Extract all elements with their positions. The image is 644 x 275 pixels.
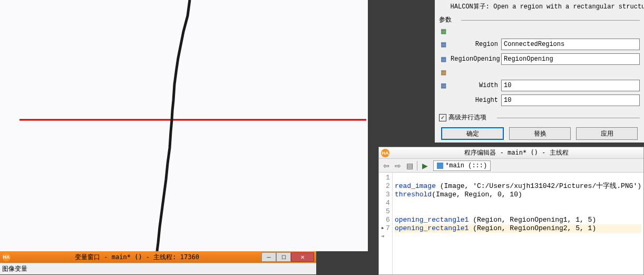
editor-toolbar: ⇦ ⇨ ▤ ▶ *main (:::) (379, 159, 643, 173)
operator-description: HALCON算子: Open a region with a rectangul… (435, 0, 644, 13)
operator-panel: HALCON算子: Open a region with a rectangul… (435, 0, 644, 143)
forward-button[interactable]: ⇨ (393, 160, 403, 171)
advanced-label: 高级并行选项 (448, 113, 486, 122)
image-variable-tab[interactable]: 图像变量 (2, 265, 27, 272)
param-icon: ▦ (439, 81, 447, 90)
back-button[interactable]: ⇦ (381, 160, 392, 171)
run-button[interactable]: ▶ (419, 160, 430, 171)
variable-window: HA 变量窗口 - main* () - 主线程: 17360 ─ ☐ ✕ 图像… (0, 251, 316, 274)
maximize-button[interactable]: ☐ (276, 252, 291, 262)
code-line[interactable]: read_image (Image, 'C:/Users/xujh131042/… (395, 182, 641, 191)
editor-title-bar: HA 程序编辑器 - main* () - 主线程 (379, 147, 643, 159)
param-label: Height (451, 97, 498, 104)
param-input-height[interactable] (501, 94, 640, 106)
param-icon: ▦ (439, 68, 447, 77)
code-line[interactable]: opening_rectangle1 (Region, RegionOpenin… (395, 216, 641, 224)
param-row: ▦ (435, 25, 644, 37)
minimize-button[interactable]: ─ (261, 252, 276, 262)
image-viewer[interactable] (0, 0, 368, 251)
document-icon (437, 163, 443, 169)
param-label: RegionOpening (451, 55, 498, 63)
param-icon: ▦ (439, 55, 447, 63)
background-gap (316, 251, 378, 275)
ok-button[interactable]: 确定 (441, 127, 504, 140)
editor-title-text: 程序编辑器 - main* () - 主线程 (392, 148, 641, 157)
param-input-width[interactable] (501, 80, 640, 91)
current-line-marker: ➔ (381, 233, 385, 240)
code-line[interactable] (395, 207, 641, 216)
code-line[interactable] (395, 199, 641, 207)
main-tab[interactable]: *main (:::) (433, 160, 491, 171)
code-area[interactable]: 1234567➔▸ read_image (Image, 'C:/Users/x… (379, 173, 643, 274)
param-row: ▦Region (435, 37, 644, 52)
param-label: Region (451, 41, 498, 48)
param-label: Width (451, 82, 498, 89)
code-line[interactable]: opening_rectangle1 (Region, RegionOpenin… (395, 224, 641, 233)
apply-button[interactable]: 应用 (576, 127, 638, 140)
code-line[interactable] (395, 174, 641, 182)
variable-tabs[interactable]: 图像变量 (0, 263, 316, 274)
replace-button[interactable]: 替换 (509, 127, 571, 140)
param-icon (439, 96, 447, 105)
code-body[interactable]: read_image (Image, 'C:/Users/xujh131042/… (393, 173, 643, 274)
program-editor: HA 程序编辑器 - main* () - 主线程 ⇦ ⇨ ▤ ▶ *main … (378, 147, 644, 275)
param-row: ▦Width (435, 78, 644, 93)
close-button[interactable]: ✕ (291, 252, 314, 262)
param-row: ▦RegionOpening (435, 52, 644, 67)
advanced-checkbox[interactable]: ✓ (439, 114, 446, 121)
svg-rect-0 (0, 0, 368, 251)
code-line[interactable]: threshold(Image, Region, 0, 10) (395, 191, 641, 199)
button-row: 确定 替换 应用 (435, 124, 644, 143)
params-section-label: 参数 (435, 14, 644, 25)
param-row: Height (435, 93, 644, 108)
breakpoint-marker: ▸ (381, 224, 385, 231)
variable-title-text: 变量窗口 - main* () - 主线程: 17360 (13, 253, 261, 262)
list-button[interactable]: ▤ (404, 160, 415, 171)
halcon-icon: HA (2, 253, 11, 261)
param-row: ▦ (435, 67, 644, 78)
advanced-parallel-row[interactable]: ✓ 高级并行选项 (435, 111, 644, 124)
param-icon: ▦ (439, 27, 447, 35)
halcon-icon: HA (381, 149, 389, 157)
param-icon: ▦ (439, 40, 447, 49)
param-input-region[interactable] (501, 39, 640, 50)
variable-title-bar[interactable]: HA 变量窗口 - main* () - 主线程: 17360 ─ ☐ ✕ (0, 251, 316, 263)
line-gutter: 1234567➔▸ (379, 173, 393, 274)
param-input-regionopening[interactable] (501, 53, 640, 65)
